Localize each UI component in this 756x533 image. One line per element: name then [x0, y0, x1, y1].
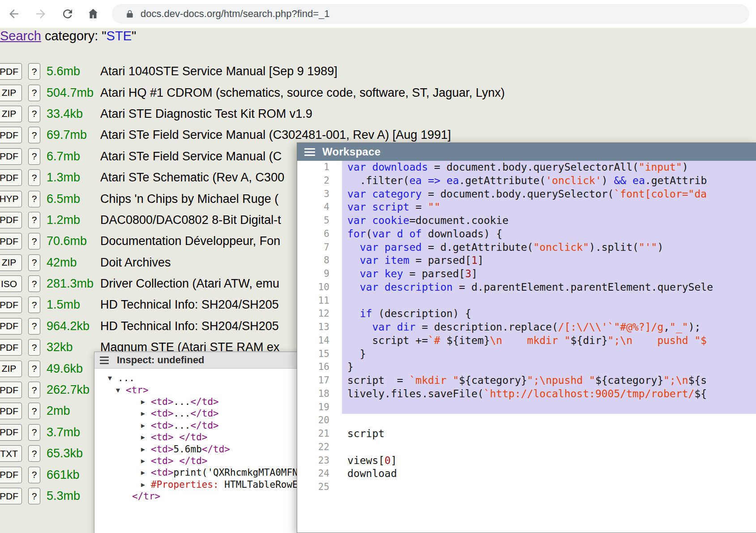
help-button[interactable]: ?: [28, 382, 40, 398]
file-size: 6.7mb: [47, 150, 97, 163]
address-bar[interactable]: docs.dev-docs.org/htm/search.php?find=_1: [112, 4, 749, 24]
code-line: 18lively.files.saveFile(`http://localhos…: [297, 387, 756, 401]
help-button[interactable]: ?: [28, 63, 40, 80]
code-line: 24download: [297, 467, 756, 481]
code-area[interactable]: 1var downloads = document.body.querySele…: [297, 161, 756, 533]
help-button[interactable]: ?: [28, 403, 40, 419]
help-button[interactable]: ?: [28, 148, 40, 165]
code-line: 19: [297, 401, 756, 414]
filetype-button[interactable]: PDF: [0, 403, 22, 419]
hamburger-menu-icon[interactable]: [304, 148, 316, 156]
line-number: 24: [297, 467, 342, 481]
refresh-button[interactable]: [60, 6, 75, 21]
code-line: 2 .filter(ea => ea.getAttribute('onclick…: [297, 174, 756, 188]
search-header: Search category: "STE": [0, 29, 136, 43]
help-button[interactable]: ?: [28, 361, 40, 377]
file-title: Doit Archives: [100, 256, 171, 270]
line-number: 23: [297, 454, 342, 468]
search-link[interactable]: Search: [0, 29, 41, 43]
expand-icon[interactable]: ▶: [141, 469, 151, 477]
file-size: 42mb: [47, 256, 97, 270]
code-line: 16}: [297, 361, 756, 374]
file-size: 70.6mb: [47, 234, 97, 248]
file-title: Documentation Développeur, Fon: [100, 234, 280, 248]
expand-icon[interactable]: ▶: [141, 421, 151, 430]
line-number: 17: [297, 374, 342, 387]
filetype-button[interactable]: ZIP: [0, 85, 22, 101]
code-line: 6for(var d of downloads) {: [297, 228, 756, 241]
help-button[interactable]: ?: [28, 212, 40, 228]
filetype-button[interactable]: PDF: [0, 127, 22, 143]
hamburger-menu-icon[interactable]: [100, 357, 111, 364]
file-size: 2mb: [47, 404, 97, 418]
filetype-button[interactable]: PDF: [0, 467, 22, 483]
filetype-button[interactable]: PDF: [0, 297, 22, 313]
help-button[interactable]: ?: [28, 445, 40, 462]
file-size: 49.6kb: [47, 362, 97, 376]
forward-button[interactable]: [33, 6, 48, 21]
filetype-button[interactable]: PDF: [0, 424, 22, 441]
help-button[interactable]: ?: [28, 191, 40, 207]
filetype-button[interactable]: ZIP: [0, 361, 22, 377]
code-line: 9 var key = parsed[3]: [297, 267, 756, 281]
file-title: HD Technical Info: SH204/SH205: [100, 319, 279, 333]
help-button[interactable]: ?: [28, 233, 40, 249]
help-button[interactable]: ?: [28, 467, 40, 483]
help-button[interactable]: ?: [28, 169, 40, 186]
filetype-button[interactable]: PDF: [0, 169, 22, 186]
help-button[interactable]: ?: [28, 85, 40, 101]
code-line: 12 if (description) {: [297, 307, 756, 321]
lock-icon: [125, 9, 134, 18]
code-line: 13 var dir = description.replace(/[:\/\\…: [297, 321, 756, 334]
filetype-button[interactable]: PDF: [0, 148, 22, 165]
filetype-button[interactable]: PDF: [0, 488, 22, 504]
help-button[interactable]: ?: [28, 339, 40, 356]
filetype-button[interactable]: ZIP: [0, 254, 22, 271]
file-title: Atari STe Field Service Manual (C: [100, 150, 282, 163]
file-title: Atari STe Schematic (Rev A, C300: [100, 171, 284, 185]
filetype-button[interactable]: ZIP: [0, 106, 22, 122]
workspace-window: Workspace 1var downloads = document.body…: [297, 142, 756, 533]
help-button[interactable]: ?: [28, 127, 40, 143]
filetype-button[interactable]: PDF: [0, 382, 22, 398]
file-size: 5.3mb: [47, 489, 97, 503]
filetype-button[interactable]: PDF: [0, 212, 22, 228]
workspace-title: Workspace: [322, 146, 380, 158]
filetype-button[interactable]: PDF: [0, 233, 22, 249]
filetype-button[interactable]: PDF: [0, 63, 22, 80]
file-size: 262.7kb: [47, 383, 97, 397]
expand-icon[interactable]: ▶: [141, 481, 151, 489]
home-button[interactable]: [85, 6, 101, 21]
filetype-button[interactable]: TXT: [0, 445, 22, 462]
help-button[interactable]: ?: [28, 297, 40, 313]
file-title: DAC0800/DAC0802 8-Bit Digital-t: [100, 213, 281, 227]
line-number: 20: [297, 414, 342, 427]
filetype-button[interactable]: HYP: [0, 191, 22, 207]
code-line: 5var cookie=document.cookie: [297, 214, 756, 228]
collapse-icon[interactable]: ▼: [116, 386, 126, 394]
line-number: 5: [297, 214, 342, 228]
line-number: 4: [297, 201, 342, 214]
back-arrow-icon: [7, 7, 21, 21]
help-button[interactable]: ?: [28, 424, 40, 441]
back-button[interactable]: [6, 6, 21, 21]
file-title: Atari 1040STE Service Manual [Sep 9 1989…: [100, 64, 337, 78]
expand-icon[interactable]: ▶: [141, 398, 151, 406]
expand-icon[interactable]: ▶: [141, 457, 151, 465]
code-line: 21script: [297, 427, 756, 441]
expand-icon[interactable]: ▶: [141, 409, 151, 417]
help-button[interactable]: ?: [28, 275, 40, 292]
filetype-button[interactable]: ISO: [0, 275, 22, 292]
expand-icon[interactable]: ▶: [141, 445, 151, 453]
code-line: 11: [297, 294, 756, 308]
workspace-titlebar[interactable]: Workspace: [297, 143, 756, 161]
filetype-button[interactable]: PDF: [0, 318, 22, 335]
help-button[interactable]: ?: [28, 488, 40, 504]
help-button[interactable]: ?: [28, 106, 40, 122]
expand-icon[interactable]: ▶: [141, 433, 151, 441]
help-button[interactable]: ?: [28, 318, 40, 335]
help-button[interactable]: ?: [28, 254, 40, 271]
line-number: 11: [297, 294, 342, 308]
collapse-icon[interactable]: ▼: [108, 374, 118, 382]
filetype-button[interactable]: PDF: [0, 339, 22, 356]
